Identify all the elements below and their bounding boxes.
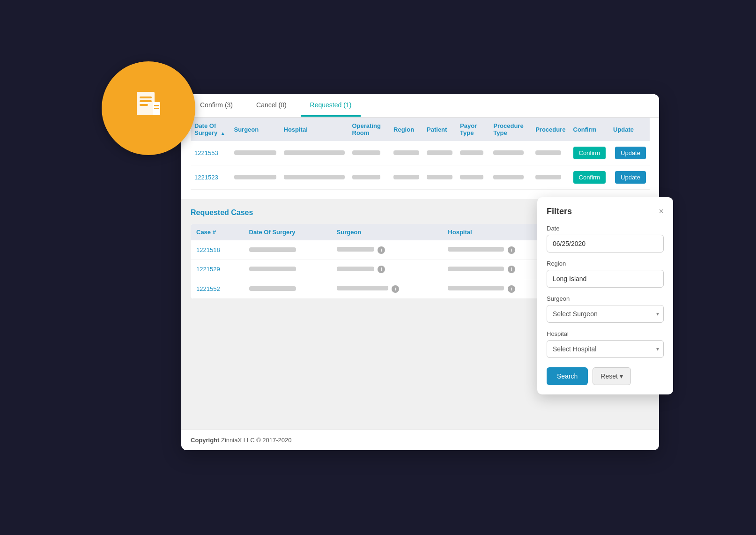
filters-title: Filters <box>547 207 572 216</box>
svg-rect-2 <box>140 100 152 102</box>
reset-label: Reset <box>600 372 618 380</box>
placeholder <box>352 150 380 155</box>
tabs-bar: Confirm (3) Cancel (0) Requested (1) <box>181 94 659 118</box>
req-case-link-1221518[interactable]: 1221518 <box>196 246 220 253</box>
reset-chevron-icon: ▾ <box>620 372 623 380</box>
confirm-button-1221553[interactable]: Confirm <box>573 147 606 159</box>
col-patient: Patient <box>423 118 456 141</box>
col-procedure-type: Procedure Type <box>489 118 532 141</box>
placeholder <box>427 150 452 155</box>
info-icon[interactable]: i <box>378 266 385 273</box>
col-surgeon: Surgeon <box>230 118 280 141</box>
info-icon[interactable]: i <box>508 246 515 254</box>
region-filter-input[interactable] <box>547 270 664 288</box>
filter-group-region: Region <box>547 260 664 288</box>
placeholder <box>448 247 504 252</box>
placeholder <box>393 175 419 179</box>
document-icon <box>132 88 165 128</box>
confirm-table: Date Of Surgery ▲ Surgeon Hospital Opera… <box>191 118 650 190</box>
footer: Copyright ZinniaX LLC © 2017-2020 <box>181 430 659 450</box>
table-row: 1221523 Confirm Update <box>191 165 650 190</box>
svg-rect-1 <box>140 97 152 98</box>
placeholder <box>393 150 419 155</box>
col-procedure: Procedure <box>532 118 569 141</box>
placeholder <box>284 175 345 179</box>
table-row: 1221553 Confirm Update <box>191 141 650 165</box>
filter-group-hospital: Hospital Select Hospital ▾ <box>547 330 664 358</box>
sort-asc-icon: ▲ <box>221 131 225 136</box>
surgeon-filter-select[interactable]: Select Surgeon <box>547 305 664 323</box>
placeholder <box>493 150 524 155</box>
placeholder <box>234 150 276 155</box>
col-date-surgery[interactable]: Date Of Surgery ▲ <box>191 118 230 141</box>
svg-rect-3 <box>140 104 148 106</box>
req-col-date: Date Of Surgery <box>244 224 331 240</box>
surgeon-filter-label: Surgeon <box>547 295 664 302</box>
placeholder <box>460 175 483 179</box>
placeholder <box>535 150 561 155</box>
col-payor-type: Payor Type <box>456 118 489 141</box>
update-button-1221523[interactable]: Update <box>615 171 646 184</box>
info-icon[interactable]: i <box>508 285 515 293</box>
filter-group-surgeon: Surgeon Select Surgeon ▾ <box>547 295 664 323</box>
tab-cancel[interactable]: Cancel (0) <box>247 95 296 117</box>
surgeon-select-wrapper: Select Surgeon ▾ <box>547 305 664 323</box>
placeholder <box>249 267 296 271</box>
svg-rect-5 <box>154 105 159 106</box>
req-col-surgeon: Surgeon <box>331 224 443 240</box>
tab-confirm[interactable]: Confirm (3) <box>191 95 242 117</box>
req-case-link-1221529[interactable]: 1221529 <box>196 266 220 273</box>
date-filter-input[interactable] <box>547 235 664 253</box>
placeholder <box>337 247 374 252</box>
placeholder <box>337 267 374 271</box>
filter-group-date: Date <box>547 225 664 253</box>
placeholder <box>249 286 296 291</box>
placeholder <box>234 175 276 179</box>
reset-button[interactable]: Reset ▾ <box>593 367 631 385</box>
hospital-select-wrapper: Select Hospital ▾ <box>547 340 664 358</box>
req-col-case: Case # <box>191 224 244 240</box>
case-link-1221553[interactable]: 1221553 <box>194 149 218 156</box>
confirm-button-1221523[interactable]: Confirm <box>573 171 606 184</box>
info-icon[interactable]: i <box>392 285 399 293</box>
hospital-filter-select[interactable]: Select Hospital <box>547 340 664 358</box>
placeholder <box>460 150 483 155</box>
placeholder <box>427 175 452 179</box>
placeholder <box>249 247 296 252</box>
top-table-section: Date Of Surgery ▲ Surgeon Hospital Opera… <box>181 118 659 199</box>
filters-close-button[interactable]: × <box>659 207 664 216</box>
filters-panel: Filters × Date Region Surgeon Select Sur… <box>537 197 673 394</box>
info-icon[interactable]: i <box>378 246 385 254</box>
col-operating-room: Operating Room <box>348 118 390 141</box>
filters-actions: Search Reset ▾ <box>547 367 664 385</box>
placeholder <box>448 267 504 271</box>
case-link-1221523[interactable]: 1221523 <box>194 174 218 181</box>
footer-company: ZinniaX LLC © 2017-2020 <box>221 437 292 444</box>
col-region: Region <box>390 118 423 141</box>
col-update: Update <box>609 118 650 141</box>
search-button[interactable]: Search <box>547 367 588 385</box>
hospital-filter-label: Hospital <box>547 330 664 337</box>
placeholder <box>284 150 345 155</box>
col-hospital: Hospital <box>280 118 348 141</box>
placeholder <box>493 175 524 179</box>
scene: Confirm (3) Cancel (0) Requested (1) Dat… <box>97 57 659 478</box>
footer-copyright-bold: Copyright <box>191 437 219 444</box>
logo-circle <box>102 61 195 155</box>
info-icon[interactable]: i <box>508 266 515 273</box>
placeholder <box>352 175 380 179</box>
placeholder <box>448 286 504 290</box>
svg-rect-6 <box>154 108 159 109</box>
filters-header: Filters × <box>547 207 664 216</box>
date-filter-label: Date <box>547 225 664 232</box>
placeholder <box>337 286 388 290</box>
tab-requested[interactable]: Requested (1) <box>301 95 361 117</box>
svg-rect-0 <box>137 92 155 115</box>
placeholder <box>535 175 561 179</box>
region-filter-label: Region <box>547 260 664 267</box>
req-case-link-1221552[interactable]: 1221552 <box>196 285 220 292</box>
col-confirm: Confirm <box>570 118 610 141</box>
update-button-1221553[interactable]: Update <box>615 147 646 159</box>
